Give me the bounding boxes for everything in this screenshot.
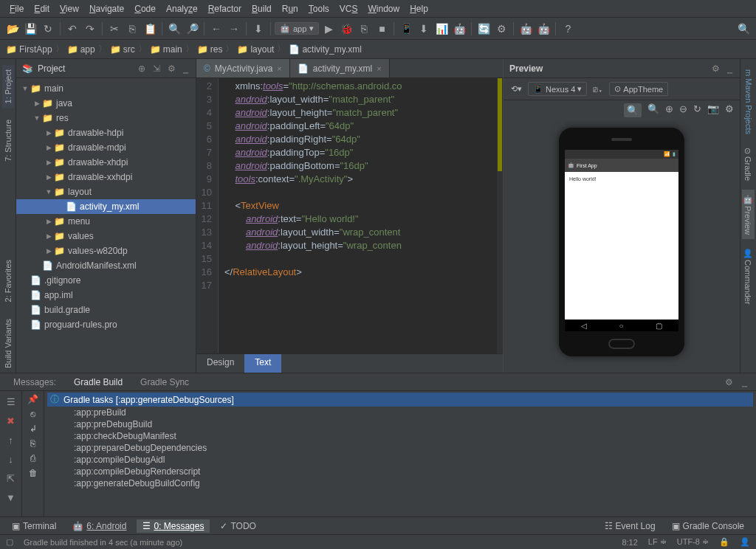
preview-settings-icon[interactable]: ⚙ [725,103,734,117]
find-icon[interactable]: 🔍 [166,21,182,37]
cursor-position[interactable]: 8:12 [622,538,637,547]
menu-code[interactable]: Code [129,2,161,15]
menu-analyze[interactable]: Analyze [161,2,203,15]
hide-icon[interactable]: ⎯ [726,63,734,74]
crumb-layout[interactable]: 📁layout [237,44,274,55]
debug-icon[interactable]: 🐞 [338,21,354,37]
tool-maven[interactable]: m Maven Projects [743,65,755,139]
tool-favorites[interactable]: 2: Favorites [2,255,14,306]
save-icon[interactable]: 💾 [22,21,38,37]
avd-icon[interactable]: 📱 [398,21,414,37]
tree-item-values[interactable]: ▶📁values [16,229,196,244]
cut-icon[interactable]: ✂ [106,21,123,37]
expand-icon[interactable]: ☰ [4,394,18,409]
code-area[interactable]: 234567891011121314151617 xmlns:tools="ht… [196,78,503,353]
menu-view[interactable]: View [55,2,84,15]
gradle-build-tab[interactable]: Gradle Build [66,375,130,390]
messages-list[interactable]: ⓘ Gradle tasks [:app:generateDebugSource… [44,391,756,517]
tree-item-drawable-xhdpi[interactable]: ▶📁drawable-xhdpi [16,155,196,170]
message-line[interactable]: :app:preBuild [47,407,753,418]
tree-item-build-gradle[interactable]: 📄build.gradle [16,303,196,317]
tree-item-values-w820dp[interactable]: ▶📁values-w820dp [16,244,196,258]
rerun-icon[interactable]: ↑ [4,432,18,447]
tree-item-drawable-xxhdpi[interactable]: ▶📁drawable-xxhdpi [16,170,196,184]
tree-item-main[interactable]: ▼📁main [16,81,196,96]
ddms-icon[interactable]: 📊 [433,21,450,37]
filter-icon[interactable]: ▼ [4,490,18,505]
menu-help[interactable]: Help [405,2,433,15]
undo-icon[interactable]: ↶ [64,21,80,37]
android-small2-icon[interactable]: 🤖 [535,21,551,37]
menu-tools[interactable]: Tools [303,2,334,15]
menu-navigate[interactable]: Navigate [84,2,129,15]
paste-icon[interactable]: 📋 [142,21,158,37]
line-separator[interactable]: LF ≑ [648,537,667,547]
down-icon[interactable]: ↓ [4,452,18,466]
tab-myactivity-java[interactable]: © MyActivity.java × [196,59,290,77]
help-icon[interactable]: ? [560,21,576,37]
menu-refactor[interactable]: Refactor [203,2,247,15]
tool-structure[interactable]: 7: Structure [2,115,14,166]
api-selector[interactable]: ⎚▾ [590,83,606,95]
message-line[interactable]: :app:checkDebugManifest [47,430,753,442]
refresh-icon[interactable]: ↻ [693,103,701,117]
monitor-icon[interactable]: 🤖 [451,21,467,37]
close-icon[interactable]: × [377,64,381,73]
tool-commander[interactable]: 👤 Commander [742,244,755,309]
hide-icon[interactable]: ⎯ [739,377,750,387]
tree-item--gitignore[interactable]: 📄.gitignore [16,273,196,288]
theme-selector[interactable]: ⊙ AppTheme [609,82,668,96]
tool-gradle-console[interactable]: ▣ Gradle Console [666,519,750,533]
hide-icon[interactable]: ⎯ [182,63,190,74]
message-header[interactable]: ⓘ Gradle tasks [:app:generateDebugSource… [47,393,753,407]
tab-activity-my-xml[interactable]: 📄 activity_my.xml × [290,59,390,77]
crumb-main[interactable]: 📁main [150,44,182,55]
menu-build[interactable]: Build [247,2,277,15]
settings-icon[interactable]: ⚙ [166,63,177,74]
tool-gradle[interactable]: ⊙ Gradle [742,143,755,185]
screenshot-icon[interactable]: 📷 [707,103,719,117]
message-line[interactable]: :app:compileDebugRenderscript [47,466,753,477]
auto-scroll-icon[interactable]: ⎋ [30,409,35,419]
make-icon[interactable]: ⬇ [250,21,267,37]
gradle-sync-icon[interactable]: 🔄 [475,21,492,37]
run-config-selector[interactable]: 🤖 app ▾ [275,22,319,35]
crumb-file[interactable]: 📄activity_my.xml [289,44,361,55]
zoom-fit-icon[interactable]: 🔍 [624,103,642,117]
scroll-to-icon[interactable]: ⊕ [137,63,147,74]
design-tab[interactable]: Design [196,354,244,373]
run-icon[interactable]: ▶ [320,21,337,37]
sdk-icon[interactable]: ⬇ [416,21,432,37]
zoom-actual-icon[interactable]: 🔍 [647,103,659,117]
crumb-firstapp[interactable]: 📁FirstApp [6,44,52,55]
tool-todo[interactable]: ✓ TODO [214,519,261,533]
gradle-sync-tab[interactable]: Gradle Sync [133,375,196,390]
tree-item-androidmanifest-xml[interactable]: 📄AndroidManifest.xml [16,258,196,273]
tree-item-menu[interactable]: ▶📁menu [16,214,196,229]
sync-icon[interactable]: ↻ [40,21,56,37]
orientation-icon[interactable]: ⟲▾ [508,83,525,95]
collapse-all-icon[interactable]: ⇲ [151,63,162,74]
stop-icon[interactable]: ■ [374,21,390,37]
quick-access-icon[interactable]: ▢ [6,537,13,547]
tool-messages[interactable]: ☰ 0: Messages [137,519,210,533]
tree-item-drawable-hdpi[interactable]: ▶📁drawable-hdpi [16,125,196,140]
tree-item-app-iml[interactable]: 📄app.iml [16,288,196,303]
soft-wrap-icon[interactable]: ↲ [30,424,37,434]
tree-item-res[interactable]: ▼📁res [16,111,196,125]
tool-preview[interactable]: 🤖 Preview [742,190,755,239]
settings-icon[interactable]: ⚙ [710,63,721,74]
menu-edit[interactable]: Edit [29,2,55,15]
message-line[interactable]: :app:compileDebugAidl [47,454,753,466]
back-icon[interactable]: ← [208,21,224,37]
tree-item-proguard-rules-pro[interactable]: 📄proguard-rules.pro [16,317,196,332]
redo-icon[interactable]: ↷ [82,21,98,37]
android-small-icon[interactable]: 🤖 [518,21,534,37]
open-icon[interactable]: 📂 [4,21,21,37]
zoom-out-icon[interactable]: ⊖ [679,103,687,117]
tree-item-java[interactable]: ▶📁java [16,96,196,111]
clear-icon[interactable]: 🗑 [29,468,38,478]
print-icon[interactable]: ⎙ [30,453,35,463]
project-structure-icon[interactable]: ⚙ [493,21,509,37]
tree-item-activity-my-xml[interactable]: 📄activity_my.xml [16,199,196,214]
